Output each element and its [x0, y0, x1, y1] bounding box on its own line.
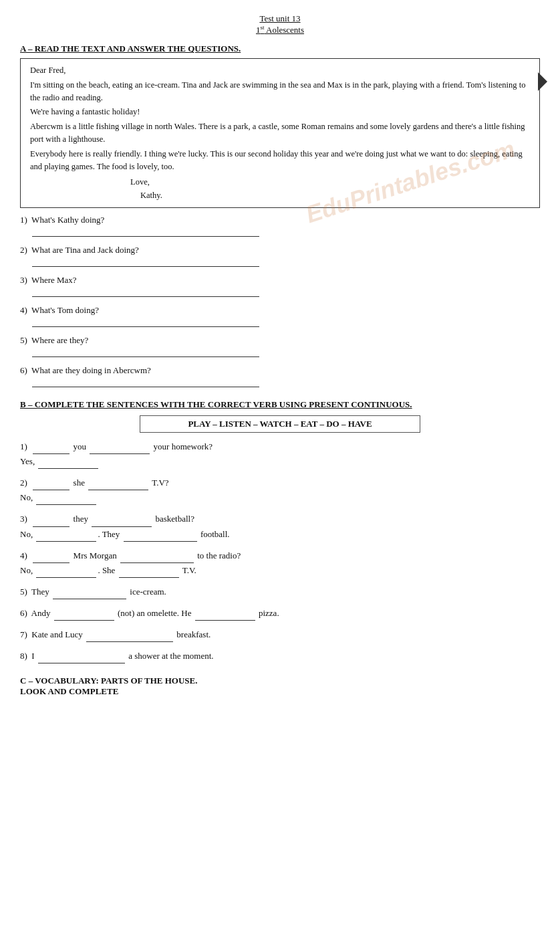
blank-3c[interactable] — [36, 532, 96, 542]
b-item-3: 3) they basketball? No, . They football. — [20, 512, 540, 541]
answer-line-6[interactable] — [32, 378, 259, 387]
blank-6a[interactable] — [54, 611, 114, 621]
section-b: B – COMPLETE THE SENTENCES WITH THE CORR… — [20, 399, 540, 663]
letter-salutation: Dear Fred, — [30, 64, 530, 77]
section-c: C – VOCABULARY: PARTS OF THE HOUSE. LOOK… — [20, 676, 540, 697]
blank-4a[interactable] — [33, 554, 69, 563]
question-1: 1) What's Kathy doing? — [20, 215, 540, 237]
section-a-header: A – READ THE TEXT AND ANSWER THE QUESTIO… — [20, 43, 540, 54]
title-line1: Test unit 13 — [20, 13, 540, 24]
letter-box: Dear Fred, I'm sitting on the beach, eat… — [20, 58, 540, 208]
letter-p3: Abercwm is a little fishing village in n… — [30, 120, 530, 146]
blank-1c[interactable] — [38, 459, 98, 469]
blank-2c[interactable] — [36, 496, 96, 505]
blank-2b[interactable] — [88, 481, 148, 490]
blank-3d[interactable] — [124, 532, 197, 542]
b-item-5: 5) They ice-cream. — [20, 585, 540, 599]
b-item-6: 6) Andy (not) an omelette. He pizza. — [20, 606, 540, 621]
blank-3b[interactable] — [92, 518, 152, 527]
letter-p2: We're having a fantastic holiday! — [30, 106, 530, 118]
blank-6b[interactable] — [195, 611, 255, 621]
b-item-8: 8) I a shower at the moment. — [20, 649, 540, 663]
letter-p4: Everybody here is really friendly. I thi… — [30, 148, 530, 174]
blank-2a[interactable] — [33, 481, 69, 490]
answer-line-5[interactable] — [32, 348, 259, 357]
answer-line-4[interactable] — [32, 318, 259, 327]
title-line2: 1st Aolescents — [20, 24, 540, 35]
letter-signature: Kathy. — [140, 189, 530, 202]
question-2: 2) What are Tina and Jack doing? — [20, 245, 540, 267]
questions-section-a: 1) What's Kathy doing? 2) What are Tina … — [20, 215, 540, 387]
question-5: 5) Where are they? — [20, 335, 540, 357]
letter-p1: I'm sitting on the beach, eating an ice-… — [30, 79, 530, 105]
blank-4d[interactable] — [119, 569, 179, 578]
verb-box: PLAY – LISTEN – WATCH – EAT – DO – HAVE — [140, 415, 420, 433]
letter-closing: Love, — [130, 176, 530, 189]
b-item-7: 7) Kate and Lucy breakfast. — [20, 627, 540, 642]
section-c-header: C – VOCABULARY: PARTS OF THE HOUSE. LOOK… — [20, 676, 540, 697]
blank-7a[interactable] — [86, 633, 173, 642]
blank-3a[interactable] — [33, 518, 69, 527]
blank-1a[interactable] — [33, 445, 69, 454]
question-4: 4) What's Tom doing? — [20, 305, 540, 327]
blank-4b[interactable] — [120, 554, 194, 563]
b-item-2: 2) she T.V? No, — [20, 476, 540, 505]
answer-line-1[interactable] — [32, 227, 259, 237]
blank-8a[interactable] — [38, 654, 125, 663]
answer-line-2[interactable] — [32, 257, 259, 267]
page-title: Test unit 13 1st Aolescents — [20, 13, 540, 35]
b-questions: 1) you your homework? Yes, 2) she T.V? N… — [20, 439, 540, 663]
blank-4c[interactable] — [36, 569, 96, 578]
b-item-4: 4) Mrs Morgan to the radio? No, . She T.… — [20, 548, 540, 578]
section-b-header: B – COMPLETE THE SENTENCES WITH THE CORR… — [20, 399, 540, 410]
question-3: 3) Where Max? — [20, 275, 540, 297]
question-6: 6) What are they doing in Abercwm? — [20, 365, 540, 387]
answer-line-3[interactable] — [32, 288, 259, 297]
b-item-1: 1) you your homework? Yes, — [20, 439, 540, 469]
blank-5a[interactable] — [53, 590, 126, 599]
blank-1b[interactable] — [90, 445, 150, 454]
